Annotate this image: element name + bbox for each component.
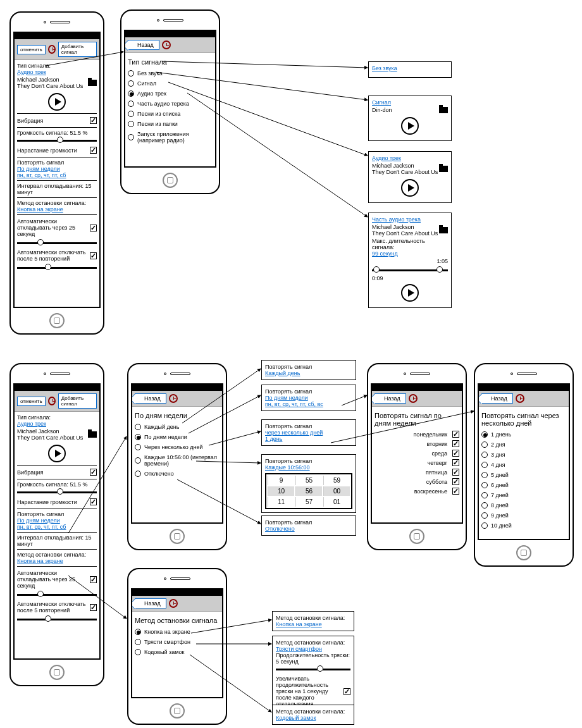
time-picker[interactable]: 95559 105600 115701 (265, 473, 352, 509)
home-button[interactable] (49, 313, 65, 328)
days-link[interactable]: пн, вт, ср, чт, пт, сб, вс (265, 401, 352, 407)
vibration-checkbox[interactable] (90, 469, 97, 476)
radio-4d[interactable] (481, 462, 488, 468)
auto-off-slider[interactable] (17, 619, 97, 620)
play-button[interactable] (401, 179, 419, 197)
check-tue[interactable] (452, 440, 459, 447)
repeat-days-link[interactable]: пн, вт, ср, чт, пт, сб (17, 172, 97, 178)
radio-interval-days[interactable] (135, 444, 141, 450)
inc-checkbox[interactable] (344, 688, 350, 695)
back-button[interactable]: Назад (128, 40, 159, 50)
auto-snooze-slider[interactable] (17, 594, 97, 596)
back-button[interactable]: Назад (481, 393, 513, 404)
radio-audio-part[interactable] (128, 101, 134, 107)
panel-link[interactable]: Кнопка на экране (276, 621, 350, 627)
folder-icon[interactable] (88, 431, 97, 438)
radio-folder[interactable] (128, 121, 134, 127)
stop-link[interactable]: Кнопка на экране (17, 206, 97, 213)
radio-7d[interactable] (481, 492, 488, 498)
home-button[interactable] (49, 665, 65, 680)
type-link[interactable]: Аудио трек (17, 421, 97, 427)
auto-snooze-checkbox[interactable] (90, 576, 97, 583)
back-button[interactable]: Назад (135, 393, 166, 404)
radio-8d[interactable] (481, 502, 488, 509)
radio-shake[interactable] (135, 639, 141, 645)
radio-weekdays[interactable] (135, 434, 141, 440)
back-button[interactable]: Назад (375, 393, 406, 404)
panel-link[interactable]: через несколько дней (265, 429, 352, 436)
repeat-mode-link[interactable]: По дням недели (17, 517, 97, 524)
radio-disabled[interactable] (135, 471, 141, 477)
volume-slider[interactable] (17, 140, 97, 142)
play-button[interactable] (48, 445, 66, 462)
fade-checkbox[interactable] (90, 498, 97, 505)
home-button[interactable] (409, 529, 424, 544)
radio-9d[interactable] (481, 512, 488, 519)
range-slider[interactable] (372, 269, 448, 271)
panel-link[interactable]: Отключено (265, 526, 352, 532)
volume-slider[interactable] (17, 491, 97, 493)
repeat-days-link[interactable]: пн, вт, ср, чт, пт, сб (17, 524, 97, 530)
home-button[interactable] (170, 703, 185, 719)
auto-off-slider[interactable] (17, 267, 97, 269)
radio-no-sound[interactable] (128, 70, 134, 77)
radio-1d[interactable] (481, 431, 488, 438)
check-thu[interactable] (452, 459, 459, 466)
stop-label: Метод остановки сигнала: (17, 552, 97, 558)
panel-link[interactable]: Каждые 10:56:00 (265, 464, 352, 471)
radio-app[interactable] (128, 134, 134, 140)
radio-2d[interactable] (481, 441, 488, 448)
folder-icon[interactable] (439, 107, 448, 113)
auto-snooze-slider[interactable] (17, 242, 97, 244)
folder-icon[interactable] (439, 166, 448, 172)
type-link[interactable]: Аудио трек (17, 69, 97, 75)
auto-off-checkbox[interactable] (90, 604, 97, 611)
fade-checkbox[interactable] (90, 147, 97, 154)
check-sat[interactable] (452, 478, 459, 485)
repeat-mode-link[interactable]: По дням недели (17, 166, 97, 172)
check-wed[interactable] (452, 450, 459, 457)
cancel-button[interactable]: отменить (17, 397, 46, 406)
radio-3d[interactable] (481, 452, 488, 458)
panel-link[interactable]: Трясти смартфон (276, 646, 350, 652)
play-button[interactable] (401, 284, 419, 302)
folder-icon[interactable] (88, 80, 97, 86)
auto-snooze-checkbox[interactable] (90, 225, 97, 231)
panel-link[interactable]: Без звука (372, 65, 448, 71)
radio-screen-button[interactable] (135, 629, 141, 635)
auto-off-checkbox[interactable] (90, 252, 97, 259)
radio-code[interactable] (135, 649, 141, 655)
panel-link[interactable]: По дням недели (265, 395, 352, 401)
radio-5d[interactable] (481, 472, 488, 478)
radio-6d[interactable] (481, 482, 488, 488)
val-link[interactable]: 1 день (265, 436, 352, 442)
home-button[interactable] (163, 173, 178, 188)
radio-10d[interactable] (481, 522, 488, 529)
radio-daily[interactable] (135, 424, 141, 430)
shake-slider[interactable] (276, 669, 350, 670)
panel-link[interactable]: Сигнал (372, 99, 448, 106)
play-button[interactable] (48, 93, 66, 111)
cancel-button[interactable]: отменить (17, 45, 46, 54)
check-mon[interactable] (452, 431, 459, 438)
vibration-checkbox[interactable] (90, 117, 97, 124)
check-fri[interactable] (452, 469, 459, 476)
panel-link[interactable]: Часть аудио трека (372, 216, 448, 223)
radio-audio-track[interactable] (128, 90, 134, 97)
radio-playlist[interactable] (128, 111, 134, 117)
radio-time-interval[interactable] (135, 457, 141, 464)
panel-link[interactable]: Аудио трек (372, 155, 448, 161)
radio-signal[interactable] (128, 80, 134, 87)
home-button[interactable] (170, 529, 185, 544)
duration-link[interactable]: 99 секунд (372, 250, 448, 257)
back-button[interactable]: Назад (135, 598, 166, 608)
stop-link[interactable]: Кнопка на экране (17, 558, 97, 564)
home-button[interactable] (516, 545, 531, 560)
add-alarm-button[interactable]: Добавить сигнал (58, 42, 97, 57)
play-button[interactable] (401, 117, 419, 135)
panel-link[interactable]: Каждый день (265, 370, 352, 376)
add-alarm-button[interactable]: Добавить сигнал (58, 393, 97, 409)
folder-icon[interactable] (439, 227, 448, 233)
panel-link[interactable]: Кодовый замок (276, 715, 350, 721)
check-sun[interactable] (452, 488, 459, 495)
